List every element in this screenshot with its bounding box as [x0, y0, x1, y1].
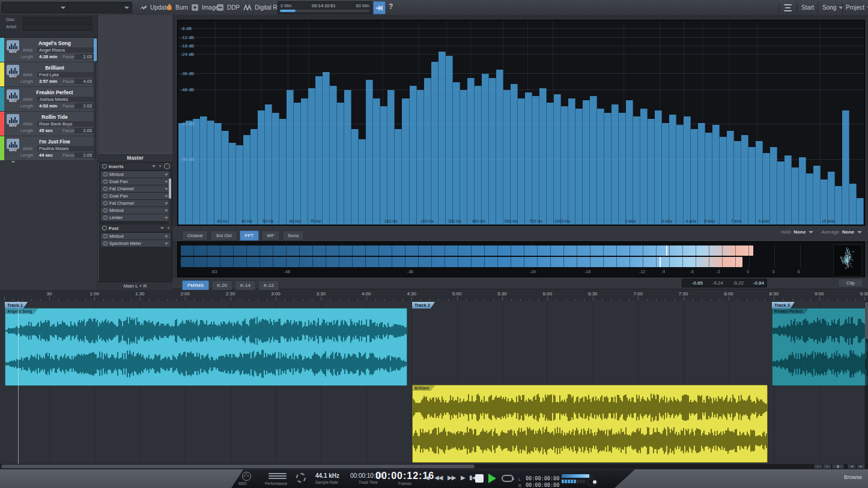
audio-clip-angel-s-song[interactable]: Angel's Song — [5, 308, 407, 386]
scrollbar-thumb[interactable] — [865, 302, 868, 339]
insert-device-row[interactable]: Spectrum Meter — [101, 240, 171, 247]
output-toggle[interactable] — [587, 479, 598, 486]
insert-device-row[interactable]: Dual Pan — [101, 193, 171, 199]
meter-mode-button-k-12[interactable]: K-12 — [258, 280, 279, 291]
power-icon[interactable] — [103, 187, 108, 191]
hold-select[interactable]: None — [794, 229, 806, 235]
insert-device-row[interactable]: Limiter — [101, 214, 171, 221]
next-marker-button[interactable]: ▶ — [461, 474, 465, 481]
song-entry[interactable]: WAV Brilliant Artist Fred Lyke Length 3:… — [0, 62, 97, 87]
vertical-scrollbar[interactable] — [865, 301, 868, 464]
zoom-out-button[interactable]: − — [814, 464, 822, 469]
burn-button[interactable]: Burn — [166, 0, 188, 15]
song-entry[interactable]: WAV Angel's Song Artist Angel Rivera Len… — [0, 38, 97, 62]
power-icon[interactable] — [103, 241, 108, 246]
zoom-slider[interactable]: ▮ — [832, 464, 844, 469]
average-select[interactable]: None — [842, 229, 854, 235]
power-icon[interactable] — [103, 172, 108, 176]
mode-button-wf[interactable]: WF — [261, 230, 279, 241]
stop-button[interactable] — [475, 474, 484, 483]
nav-song-button[interactable]: Song — [822, 0, 843, 15]
update-button[interactable]: Update — [139, 0, 169, 15]
insert-device-row[interactable]: Mixtool — [101, 207, 171, 214]
timeline-ruler[interactable]: 301:001:302:002:303:003:304:004:305:005:… — [0, 290, 868, 301]
loop-button[interactable] — [502, 475, 514, 482]
disc-input[interactable] — [23, 17, 93, 23]
mode-button-sono[interactable]: Sono — [282, 230, 305, 241]
song-entry[interactable]: WAV Freakin Perfect Artist Joshua Meeks … — [0, 87, 97, 112]
pause-field-value[interactable]: 4.03 — [74, 79, 94, 84]
artist-input[interactable] — [23, 24, 93, 31]
pause-field-value[interactable]: 2.03 — [74, 152, 94, 158]
power-icon[interactable] — [103, 179, 108, 184]
artist-field-value[interactable]: Paulina Moses — [37, 146, 94, 151]
song-entry[interactable]: WAV Rollin Tide Artist River Bank Boys L… — [0, 112, 97, 136]
chase-button[interactable] — [373, 1, 386, 14]
insert-device-row[interactable]: Dual Pan — [101, 178, 171, 185]
prev-marker-button[interactable]: ◀ — [425, 474, 429, 481]
rewind-button[interactable]: ◀◀ — [434, 474, 442, 481]
power-icon[interactable] — [103, 201, 108, 205]
power-icon[interactable] — [102, 226, 107, 230]
fast-forward-button[interactable]: ▶▶ — [448, 474, 455, 481]
audio-clip-brilliant[interactable]: Brilliant — [412, 385, 768, 463]
image-button[interactable]: Image — [191, 0, 219, 15]
artist-field-value[interactable]: Angel Rivera — [37, 47, 94, 53]
scrollbar-thumb[interactable] — [1, 465, 475, 468]
audio-clip-freakin-perfect[interactable]: Freakin Perfect — [772, 308, 868, 386]
play-button[interactable] — [488, 474, 496, 483]
layers-button[interactable] — [784, 0, 792, 15]
track-tab-2[interactable]: Track 2 — [412, 302, 435, 309]
artist-field-value[interactable]: Fred Lyke — [37, 72, 94, 77]
power-icon[interactable] — [102, 164, 107, 169]
scroll-left-button[interactable]: ◂ — [848, 464, 856, 469]
power-icon[interactable] — [103, 194, 108, 198]
bypass-knob-icon[interactable] — [164, 163, 170, 169]
add-insert-button[interactable]: + — [159, 163, 162, 169]
browse-button[interactable]: Browse — [844, 474, 862, 480]
artist-field-value[interactable]: River Bank Boys — [37, 121, 94, 127]
scrollbar-thumb[interactable] — [169, 178, 171, 199]
mode-button-fft[interactable]: FFT — [240, 230, 259, 241]
pause-field-value[interactable]: 2.03 — [74, 54, 94, 59]
meter-mode-button-k-20[interactable]: K-20 — [211, 280, 232, 291]
pause-field-value[interactable]: 2.03 — [74, 128, 94, 133]
artist-field-value[interactable]: Joshua Meeks — [37, 97, 94, 102]
chevron-down-icon[interactable] — [809, 231, 813, 233]
power-icon[interactable] — [103, 234, 108, 238]
zoom-in-button[interactable]: + — [823, 464, 831, 469]
device-dropdown-left[interactable] — [1, 2, 68, 13]
chevron-down-icon[interactable] — [160, 227, 164, 229]
add-post-button[interactable]: + — [167, 225, 170, 231]
insert-device-row[interactable]: Mixtool — [101, 171, 171, 178]
post-header[interactable]: Post + — [100, 224, 172, 232]
nav-project-button[interactable]: Project — [846, 0, 868, 15]
help-button[interactable]: ? — [389, 2, 393, 11]
insert-device-row[interactable]: Fat Channel — [101, 200, 171, 206]
chevron-down-icon[interactable] — [857, 231, 862, 233]
meter-mode-button-k-14[interactable]: K-14 — [235, 280, 256, 291]
spectrum-analyzer[interactable]: -6 dB-12 dB-18 dB-24 dB-36 dB-48 dB-72 d… — [177, 20, 865, 226]
arrangement-area[interactable]: Angel's SongBrilliantFreakin Perfect Tra… — [0, 301, 868, 464]
mode-button-octave[interactable]: Octave — [182, 230, 208, 241]
meter-mode-button-pkrms[interactable]: PkRMS — [182, 280, 209, 291]
horizontal-scrollbar[interactable]: − + ▮ ◂ ▸ — [0, 464, 868, 469]
mode-button-3rd-oct[interactable]: 3rd Oct — [210, 230, 237, 241]
song-list-scrollbar[interactable] — [94, 38, 97, 160]
ddp-button[interactable]: DDP — [216, 0, 240, 15]
power-icon[interactable] — [103, 215, 108, 220]
power-icon[interactable] — [103, 208, 108, 212]
insert-device-row[interactable]: Fat Channel — [101, 185, 171, 192]
clip-button[interactable]: Clip — [838, 279, 863, 288]
scroll-right-button[interactable]: ▸ — [857, 464, 865, 469]
inserts-header[interactable]: Inserts + — [100, 163, 172, 170]
device-dropdown-right[interactable] — [67, 2, 132, 13]
song-entry[interactable]: WAV I'm Just Fine Artist Paulina Moses L… — [0, 136, 97, 161]
pause-field-value[interactable]: 2.03 — [74, 103, 94, 109]
nav-start-button[interactable]: Start — [801, 0, 814, 15]
expand-chevron-icon[interactable] — [11, 155, 16, 166]
insert-device-row[interactable]: Mixtool — [101, 233, 171, 239]
chevron-down-icon[interactable] — [152, 165, 156, 167]
scrollbar-thumb[interactable] — [94, 38, 97, 61]
output-routing[interactable]: Main L + R — [98, 282, 172, 291]
